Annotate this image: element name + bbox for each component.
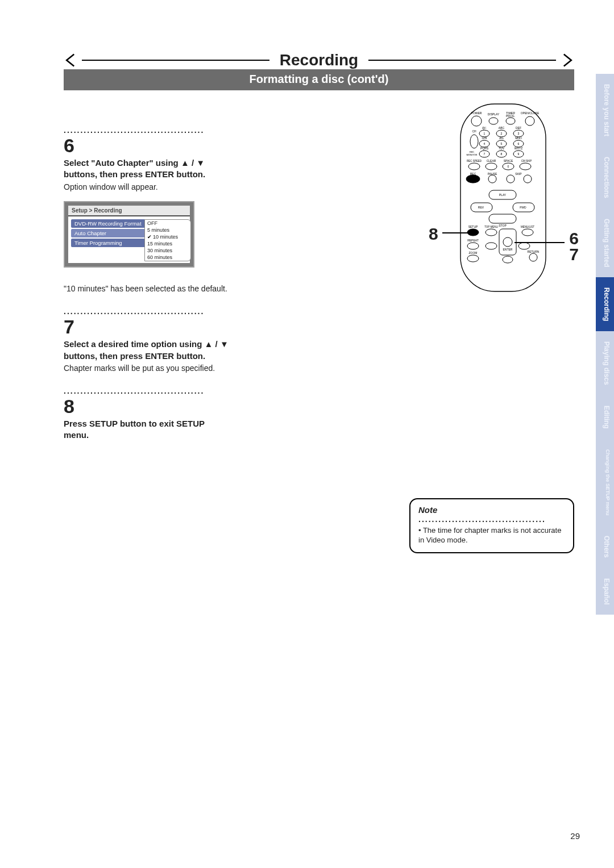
svg-point-16: [486, 163, 497, 170]
left-column: ........................................…: [64, 118, 229, 553]
setup-menu-screenshot: Setup > Recording DVD-RW Recording Forma…: [64, 201, 194, 268]
dotted-rule: ......................................: [418, 515, 565, 524]
side-tab[interactable]: Getting started: [596, 208, 614, 277]
svg-text:7: 7: [484, 152, 486, 156]
svg-text:PLAY: PLAY: [499, 193, 507, 197]
step-8: ........................................…: [64, 386, 229, 441]
page-number: 29: [570, 831, 580, 841]
svg-text:CLEAR: CLEAR: [487, 159, 496, 162]
svg-text:0: 0: [508, 165, 509, 168]
step-instruction: Press SETUP button to exit SETUP menu.: [64, 418, 229, 441]
svg-text:SETUP: SETUP: [468, 225, 478, 228]
step-6: ........................................…: [64, 126, 229, 294]
svg-point-22: [524, 175, 532, 183]
svg-point-28: [486, 229, 497, 236]
svg-point-21: [507, 175, 515, 183]
svg-text:REPEAT: REPEAT: [467, 239, 479, 242]
option-item: 5 minutes: [145, 227, 190, 233]
svg-text:8: 8: [501, 152, 503, 156]
option-item: 60 minutes: [145, 254, 190, 261]
side-tab[interactable]: Changing the SETUP menu: [596, 439, 614, 525]
svg-text:DEF: DEF: [516, 126, 521, 130]
svg-point-35: [529, 253, 537, 261]
svg-text:FWD: FWD: [520, 206, 526, 209]
page-title: Recording: [273, 51, 365, 69]
callout-number-8: 8: [429, 224, 438, 244]
dotted-rule: ........................................…: [64, 126, 229, 135]
side-tab[interactable]: Playing discs: [596, 331, 614, 395]
svg-text:REC: REC: [470, 172, 476, 176]
svg-point-27: [467, 229, 479, 236]
svg-text:6: 6: [518, 142, 520, 145]
svg-point-20: [488, 175, 496, 183]
svg-point-37: [503, 256, 513, 263]
side-tab-active[interactable]: Recording: [596, 277, 614, 331]
callout-number-7: 7: [569, 245, 579, 264]
svg-text:2: 2: [501, 132, 503, 135]
svg-text:JKL: JKL: [499, 136, 504, 140]
step-description: Option window will appear.: [64, 182, 229, 193]
svg-text:MONITOR: MONITOR: [467, 153, 478, 156]
svg-text:MENU/LIST: MENU/LIST: [521, 226, 534, 228]
svg-point-32: [467, 243, 479, 249]
subtitle-bar: Formatting a disc (cont'd): [64, 69, 574, 90]
svg-text:REV: REV: [478, 206, 484, 209]
side-tab[interactable]: Others: [596, 525, 614, 568]
svg-text:PAUSE: PAUSE: [488, 172, 497, 176]
step-7: ........................................…: [64, 307, 229, 373]
side-tab[interactable]: Español: [596, 568, 614, 615]
step-after-text: "10 minutes" has been selected as the de…: [64, 283, 229, 294]
svg-rect-30: [499, 229, 516, 255]
svg-text:ENTER: ENTER: [503, 248, 513, 251]
svg-point-31: [503, 237, 512, 247]
svg-text:SKIP: SKIP: [515, 172, 522, 176]
svg-text:CM SKIP: CM SKIP: [521, 160, 532, 162]
side-tab[interactable]: Before you start: [596, 74, 614, 147]
svg-text:1: 1: [484, 132, 486, 135]
svg-point-1: [471, 116, 482, 126]
callout-line: [442, 232, 468, 233]
svg-point-36: [467, 255, 479, 262]
svg-text:DISPLAY: DISPLAY: [488, 112, 500, 116]
step-number: 8: [64, 397, 229, 416]
step-description: Chapter marks will be put as you specifi…: [64, 363, 229, 374]
side-tab[interactable]: Connections: [596, 147, 614, 208]
svg-point-29: [522, 229, 533, 236]
svg-text:STOP: STOP: [499, 224, 507, 227]
note-box: Note ...................................…: [409, 498, 574, 553]
svg-text:MNO: MNO: [515, 136, 522, 140]
step-number: 7: [64, 317, 229, 336]
step-number: 6: [64, 136, 229, 155]
svg-text:9: 9: [518, 152, 520, 156]
menu-breadcrumb: Setup > Recording: [68, 206, 190, 215]
svg-text:4: 4: [484, 142, 486, 145]
svg-text:RETURN: RETURN: [528, 250, 540, 253]
svg-point-18: [520, 163, 531, 170]
chevron-left-icon: [64, 53, 78, 68]
option-item: OFF: [145, 220, 190, 227]
side-tabs: Before you start Connections Getting sta…: [596, 74, 614, 615]
svg-text:5: 5: [501, 142, 503, 145]
svg-point-19: [466, 175, 480, 183]
right-column: POWER DISPLAY TIMERPROG. OPEN/CLOSE @/.A…: [251, 118, 574, 553]
svg-point-3: [489, 118, 498, 124]
svg-text:@/.: @/.: [482, 126, 487, 130]
svg-text:3: 3: [518, 132, 520, 135]
dotted-rule: ........................................…: [64, 307, 229, 316]
side-tab[interactable]: Editing: [596, 395, 614, 439]
svg-text:ABC: ABC: [499, 126, 505, 130]
dotted-rule: ........................................…: [64, 386, 229, 395]
step-instruction: Select a desired time option using ▲ / ▼…: [64, 339, 229, 362]
svg-point-15: [468, 163, 480, 170]
option-popup: OFF 5 minutes 10 minutes 15 minutes 30 m…: [144, 219, 191, 261]
svg-text:CH: CH: [472, 130, 476, 133]
svg-point-34: [518, 243, 530, 249]
svg-text:OPEN/CLOSE: OPEN/CLOSE: [521, 111, 540, 115]
chevron-right-icon: [559, 53, 574, 68]
svg-text:SPACE: SPACE: [504, 159, 513, 162]
svg-text:WXYZ: WXYZ: [515, 147, 522, 150]
svg-point-2: [525, 116, 534, 126]
title-section: Recording Formatting a disc (cont'd): [64, 51, 574, 90]
callout-line: [515, 242, 565, 243]
step-instruction: Select "Auto Chapter" using ▲ / ▼ button…: [64, 157, 229, 181]
